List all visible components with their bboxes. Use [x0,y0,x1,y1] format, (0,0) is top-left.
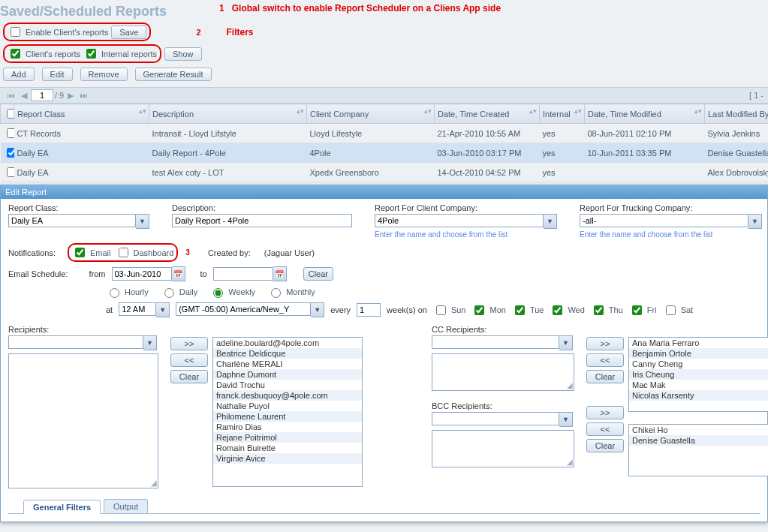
dialog-title: Edit Report [1,185,767,199]
page-title: Saved/Scheduled Reports [0,0,167,21]
col-date-created[interactable]: Date, Time Created▴▾ [435,104,540,124]
pager-first-icon[interactable]: ⏮ [5,91,17,100]
cell-client-company: Lloyd Lifestyle [307,124,435,143]
select-all-checkbox[interactable] [7,109,14,119]
cell-description: Daily Report - 4Pole [149,143,307,163]
annotation-2-text: Filters [227,27,254,38]
pager-range-label: [ 1 - [749,91,763,100]
cell-created: 14-Oct-2010 04:52 PM [435,163,540,182]
cell-created: 21-Apr-2010 10:55 AM [435,124,540,143]
col-report-class[interactable]: Report Class▴▾ [14,104,149,124]
clients-reports-filter-label: Client's reports [26,50,80,59]
cell-modified: 10-Jun-2011 03:35 PM [585,143,705,163]
cell-modified-by: Sylvia Jenkins [705,124,769,143]
cell-internal: yes [540,163,585,182]
cell-report-class: CT Records [14,124,149,143]
row-checkbox[interactable] [7,148,14,158]
enable-clients-reports-checkbox[interactable] [11,27,20,37]
col-description[interactable]: Description▴▾ [149,104,307,124]
generate-result-button[interactable]: Generate Result [135,68,212,81]
pager-page-input[interactable] [31,89,53,101]
filters-group: Client's reports Internal reports [3,44,161,63]
edit-report-dialog: Edit Report Report Class: ▼ Description:… [0,185,768,202]
col-date-modified[interactable]: Date, Time Modified▴▾ [585,104,705,124]
enable-reports-group: Enable Client's reports Save [3,23,151,41]
clients-reports-filter-checkbox[interactable] [11,49,20,59]
annotation-1-num: 1 [219,3,224,14]
internal-reports-filter-checkbox[interactable] [86,49,96,59]
col-internal[interactable]: Internal▴▾ [540,104,585,124]
annotation-2-num: 2 [196,28,200,37]
cell-internal: yes [540,143,585,163]
save-enable-button[interactable]: Save [111,26,146,39]
cell-report-class: Daily EA [14,163,149,182]
cell-client-company: Xpedx Greensboro [307,163,435,182]
pager-next-icon[interactable]: ▶ [65,91,76,101]
cell-modified-by: Alex Dobrovolsky [705,163,769,182]
enable-clients-reports-label: Enable Client's reports [26,28,108,37]
pager-of-label: / 9 [55,91,64,100]
pager-bar: ⏮ ◀ / 9 ▶ ⏭ [ 1 - [0,87,768,104]
table-row[interactable]: Daily EAtest Alex coty - LOTXpedx Greens… [1,163,769,182]
show-button[interactable]: Show [164,47,202,61]
cell-modified: 08-Jun-2011 02:10 PM [585,124,705,143]
internal-reports-filter-label: Internal reports [101,50,157,59]
pager-prev-icon[interactable]: ◀ [19,91,29,101]
col-last-modified-by[interactable]: Last Modified By [705,104,769,124]
cell-report-class: Daily EA [14,143,149,163]
cell-description: Intransit - Lloyd Lifstyle [149,124,307,143]
cell-modified [585,163,705,182]
add-button[interactable]: Add [3,68,35,81]
row-checkbox[interactable] [7,128,14,138]
table-row[interactable]: Daily EADaily Report - 4Pole4Pole03-Jun-… [1,143,769,163]
cell-internal: yes [540,124,585,143]
cell-client-company: 4Pole [307,143,435,163]
cell-description: test Alex coty - LOT [149,163,307,182]
pager-last-icon[interactable]: ⏭ [77,91,90,100]
cell-modified-by: Denise Guastella [705,143,769,163]
cell-created: 03-Jun-2010 03:17 PM [435,143,540,163]
annotation-1-text: Global switch to enable Report Scheduler… [232,3,501,14]
edit-button[interactable]: Edit [42,68,73,81]
row-checkbox[interactable] [7,167,14,177]
remove-button[interactable]: Remove [80,68,128,81]
col-client-company[interactable]: Client Company▴▾ [307,104,435,124]
table-row[interactable]: CT RecordsIntransit - Lloyd LifstyleLloy… [1,124,769,143]
